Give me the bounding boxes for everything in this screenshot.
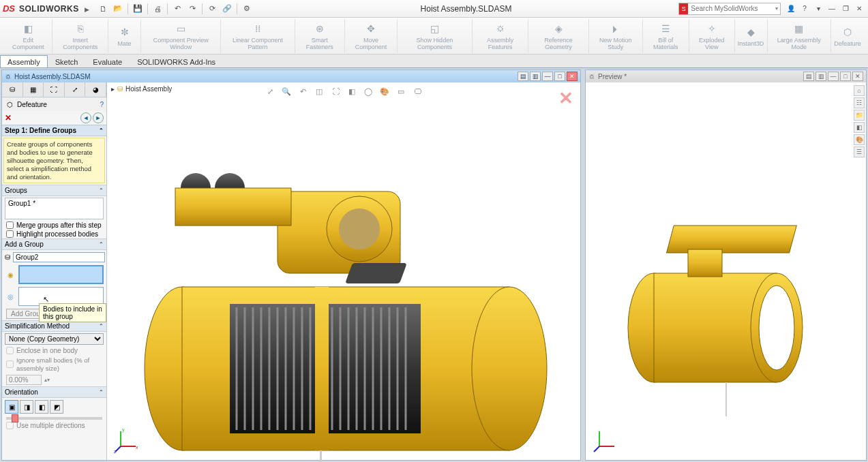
qat-undo-icon[interactable]: ↶ bbox=[170, 2, 184, 16]
breadcrumb-expand-icon[interactable]: ▸ bbox=[111, 85, 115, 93]
breadcrumb-root[interactable]: Hoist Assembly bbox=[125, 85, 172, 93]
fm-tab-dim-icon[interactable]: ⤢ bbox=[65, 82, 86, 97]
next-step-button[interactable]: ► bbox=[93, 112, 104, 123]
prev-step-button[interactable]: ◄ bbox=[80, 112, 91, 123]
app-menu-caret-icon[interactable]: ▶ bbox=[85, 6, 90, 13]
doc-min-button[interactable]: — bbox=[828, 72, 839, 81]
fm-tab-property-icon[interactable]: ▦ bbox=[23, 82, 44, 97]
ignore-percent-input[interactable] bbox=[6, 375, 42, 385]
qat-options-icon[interactable]: ⚙ bbox=[240, 2, 254, 16]
ribbon-exploded-view[interactable]: ✧Exploded View bbox=[689, 19, 735, 53]
section-view-icon[interactable]: ◫ bbox=[313, 85, 325, 97]
doc-tile-v-button[interactable]: ▥ bbox=[530, 72, 541, 81]
group-name-input[interactable] bbox=[13, 252, 105, 262]
qat-print-icon[interactable]: 🖨 bbox=[151, 2, 164, 16]
pm-help-icon[interactable]: ? bbox=[100, 101, 104, 108]
step-header[interactable]: Step 1: Define Groups ⌃ bbox=[2, 125, 106, 136]
appearance-icon[interactable]: 🎨 bbox=[378, 85, 391, 97]
prev-view-icon[interactable]: ↶ bbox=[297, 85, 309, 97]
doc-close-button[interactable]: ✕ bbox=[567, 72, 578, 81]
taskpane-appearance-icon[interactable]: 🎨 bbox=[854, 134, 865, 145]
ignore-small-checkbox[interactable]: Ignore small bodies (% of assembly size) bbox=[6, 356, 102, 372]
bodies-include-selection[interactable] bbox=[18, 265, 104, 284]
ribbon-instant3d[interactable]: ◆Instant3D bbox=[735, 19, 768, 53]
orientation-header[interactable]: Orientation ⌃ bbox=[2, 386, 106, 398]
help-dropdown-icon[interactable]: ▾ bbox=[812, 3, 824, 14]
view-orient-icon[interactable]: ⛶ bbox=[329, 85, 342, 97]
graphics-area-main[interactable]: ▸ ⛁ Hoist Assembly ⤢ 🔍 ↶ ◫ ⛶ ◧ ◯ 🎨 ▭ 🖵 ✕ bbox=[107, 82, 580, 460]
taskpane-prop-icon[interactable]: ☰ bbox=[854, 147, 865, 157]
ribbon-mate[interactable]: ✼Mate bbox=[108, 19, 141, 53]
cancel-button[interactable]: ✕ bbox=[5, 113, 12, 123]
restore-button[interactable]: ❐ bbox=[839, 3, 852, 14]
ribbon-defeature[interactable]: ⬡Defeature bbox=[831, 19, 864, 53]
graphics-area-preview[interactable]: ⌂ ☷ 📁 ◧ 🎨 ☰ bbox=[586, 82, 866, 460]
user-icon[interactable]: 👤 bbox=[785, 3, 797, 14]
fm-tab-config-icon[interactable]: ⛶ bbox=[44, 82, 65, 97]
search-input[interactable] bbox=[688, 5, 773, 12]
scene-icon[interactable]: ▭ bbox=[395, 85, 407, 97]
orient-front-button[interactable]: ▣ bbox=[5, 400, 18, 414]
simplification-select[interactable]: None (Copy Geometry) bbox=[5, 333, 104, 345]
display-style-icon[interactable]: ◧ bbox=[346, 85, 358, 97]
qat-save-icon[interactable]: 💾 bbox=[131, 2, 145, 16]
close-preview-icon[interactable]: ✕ bbox=[558, 88, 573, 109]
close-button[interactable]: ✕ bbox=[853, 3, 865, 14]
orientation-slider[interactable] bbox=[2, 416, 106, 421]
doc-close-button[interactable]: ✕ bbox=[852, 72, 863, 81]
doc-tile-h-button[interactable]: ▤ bbox=[518, 72, 528, 81]
doc-min-button[interactable]: — bbox=[542, 72, 553, 81]
tab-assembly[interactable]: Assembly bbox=[0, 55, 48, 67]
groups-list[interactable]: Group1 * bbox=[5, 198, 104, 219]
ribbon-edit-component[interactable]: ◧Edit Component bbox=[4, 19, 53, 53]
breadcrumb[interactable]: ▸ ⛁ Hoist Assembly bbox=[111, 85, 172, 93]
ribbon-show-hidden[interactable]: ◱Show Hidden Components bbox=[398, 19, 473, 53]
doc-max-button[interactable]: □ bbox=[554, 72, 565, 81]
ribbon-bom[interactable]: ☰Bill of Materials bbox=[643, 19, 689, 53]
ribbon-smart-fasteners[interactable]: ⊛Smart Fasteners bbox=[295, 19, 345, 53]
zoom-fit-icon[interactable]: ⤢ bbox=[264, 85, 276, 97]
tab-sketch[interactable]: Sketch bbox=[48, 55, 86, 67]
orient-iso-button[interactable]: ◩ bbox=[50, 400, 63, 414]
tab-addins[interactable]: SOLIDWORKS Add-Ins bbox=[130, 55, 223, 67]
qat-open-icon[interactable]: 📂 bbox=[111, 2, 125, 16]
spinner-icon[interactable]: ▴▾ bbox=[44, 377, 50, 383]
help-icon[interactable]: ? bbox=[798, 3, 811, 14]
doc-tile-h-button[interactable]: ▤ bbox=[803, 72, 814, 81]
qat-redo-icon[interactable]: ↷ bbox=[185, 2, 199, 16]
doc-max-button[interactable]: □ bbox=[840, 72, 851, 81]
taskpane-view-icon[interactable]: ◧ bbox=[854, 122, 865, 133]
groups-header[interactable]: Groups ⌃ bbox=[2, 185, 106, 196]
highlight-bodies-checkbox[interactable]: Highlight processed bodies bbox=[2, 230, 106, 238]
taskpane-res-icon[interactable]: ⌂ bbox=[854, 85, 865, 96]
ribbon-reference-geometry[interactable]: ◈Reference Geometry bbox=[528, 19, 588, 53]
search-box[interactable]: S ▾ bbox=[678, 3, 781, 15]
zoom-area-icon[interactable]: 🔍 bbox=[280, 85, 293, 97]
ribbon-motion-study[interactable]: ⏵New Motion Study bbox=[589, 19, 643, 53]
ribbon-linear-pattern[interactable]: ⁞⁞Linear Component Pattern bbox=[221, 19, 295, 53]
taskpane-lib-icon[interactable]: ☷ bbox=[854, 97, 865, 108]
fm-tab-tree-icon[interactable]: ⛁ bbox=[2, 82, 23, 97]
qat-rebuild-icon[interactable]: ⟳ bbox=[205, 2, 219, 16]
tab-evaluate[interactable]: Evaluate bbox=[85, 55, 130, 67]
orient-top-button[interactable]: ◨ bbox=[20, 400, 33, 414]
add-group-header[interactable]: Add a Group ⌃ bbox=[2, 238, 106, 250]
merge-groups-checkbox[interactable]: Merge groups after this step bbox=[2, 221, 106, 230]
search-dropdown-icon[interactable]: ▾ bbox=[773, 5, 780, 12]
ribbon-move-component[interactable]: ✥Move Component bbox=[345, 19, 398, 53]
orient-right-button[interactable]: ◧ bbox=[35, 400, 48, 414]
fm-tab-display-icon[interactable]: ◕ bbox=[85, 82, 106, 97]
taskpane-explorer-icon[interactable]: 📁 bbox=[854, 110, 865, 121]
view-settings-icon[interactable]: 🖵 bbox=[411, 85, 423, 97]
group-item[interactable]: Group1 * bbox=[8, 200, 100, 207]
hide-show-icon[interactable]: ◯ bbox=[362, 85, 374, 97]
qat-new-icon[interactable]: 🗋 bbox=[96, 2, 110, 16]
qat-link-icon[interactable]: 🔗 bbox=[220, 2, 234, 16]
ribbon-component-preview[interactable]: ▭Component Preview Window bbox=[141, 19, 221, 53]
ribbon-assembly-features[interactable]: ⛭Assembly Features bbox=[473, 19, 529, 53]
minimize-button[interactable]: — bbox=[826, 3, 838, 14]
ribbon-large-assembly[interactable]: ▦Large Assembly Mode bbox=[768, 19, 831, 53]
ribbon-insert-components[interactable]: ⎘Insert Components bbox=[53, 19, 108, 53]
doc-tile-v-button[interactable]: ▥ bbox=[815, 72, 826, 81]
enclose-checkbox[interactable]: Enclose in one body bbox=[2, 346, 106, 355]
